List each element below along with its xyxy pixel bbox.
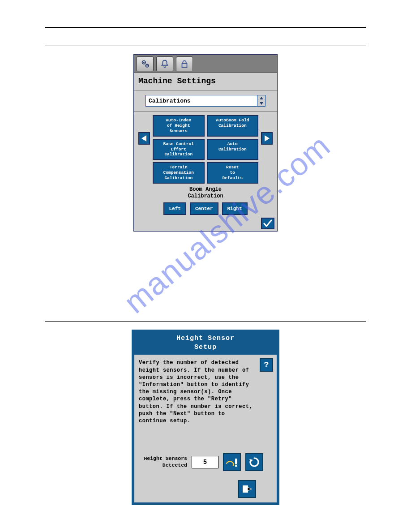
information-button[interactable] (223, 453, 241, 471)
toolbar (134, 55, 277, 73)
boom-center-button[interactable]: Center (190, 202, 218, 215)
boom-angle-row: Left Center Right (134, 202, 277, 218)
triangle-left-icon (141, 135, 147, 142)
checkmark-icon (263, 219, 272, 227)
retry-icon (248, 456, 260, 468)
svg-rect-6 (235, 465, 237, 467)
calibration-grid: Auto-Indexof HeightSensors AutoBoom Fold… (153, 115, 258, 184)
prev-page-button[interactable] (138, 132, 150, 145)
page-title: Machine Settings (134, 73, 277, 90)
retry-button[interactable] (245, 453, 263, 471)
svg-rect-7 (243, 485, 248, 493)
next-button[interactable] (238, 480, 256, 498)
dropdown-value: Calibrations (149, 98, 191, 104)
boom-angle-label: Boom AngleCalibration (134, 186, 277, 200)
svg-rect-5 (235, 459, 237, 464)
reset-defaults-button[interactable]: ResettoDefaults (207, 162, 259, 184)
autoboom-fold-cal-button[interactable]: AutoBoom FoldCalibration (207, 115, 259, 137)
sensors-detected-row: Height SensorsDetected 5 (139, 453, 272, 471)
calibrations-dropdown[interactable]: Calibrations (146, 95, 265, 107)
lock-icon (180, 59, 189, 69)
settings-tab[interactable] (137, 56, 154, 71)
next-icon (241, 484, 253, 494)
boom-left-button[interactable]: Left (163, 202, 186, 215)
auto-index-sensors-button[interactable]: Auto-Indexof HeightSensors (153, 115, 205, 137)
instructions-text: Verify the number of detected height sen… (139, 359, 272, 425)
top-divider (45, 27, 366, 28)
confirm-button[interactable] (261, 218, 274, 229)
triangle-right-icon (264, 135, 270, 142)
alerts-tab[interactable] (156, 56, 173, 71)
base-control-effort-cal-button[interactable]: Base ControlEffortCalibration (153, 139, 205, 160)
section-divider (45, 321, 366, 322)
sensors-detected-label: Height SensorsDetected (139, 455, 187, 469)
lock-tab[interactable] (176, 56, 193, 71)
auto-calibration-button[interactable]: AutoCalibration (207, 139, 259, 160)
section-divider (45, 46, 366, 46)
next-page-button[interactable] (261, 132, 273, 145)
sensors-detected-value: 5 (192, 456, 218, 468)
info-icon (225, 457, 239, 467)
dropdown-arrows-icon (257, 95, 265, 106)
boom-right-button[interactable]: Right (222, 202, 248, 215)
terrain-comp-cal-button[interactable]: TerrainCompensationCalibration (153, 162, 205, 184)
help-button[interactable]: ? (260, 358, 273, 372)
gears-icon (140, 59, 150, 69)
dialog-title: Height SensorSetup (134, 332, 277, 355)
machine-settings-window: Machine Settings Calibrations Auto-Index… (133, 54, 278, 232)
svg-point-2 (143, 61, 145, 63)
bell-icon (160, 59, 170, 69)
svg-point-3 (146, 65, 147, 66)
svg-rect-4 (182, 64, 187, 67)
height-sensor-setup-window: Height SensorSetup ? Verify the number o… (132, 330, 279, 506)
